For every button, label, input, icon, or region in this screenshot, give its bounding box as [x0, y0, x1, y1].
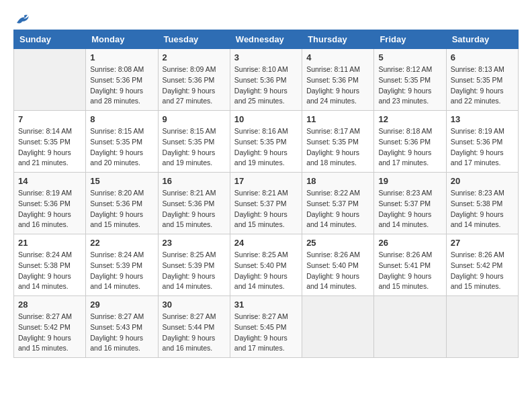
day-number: 23 [163, 238, 226, 248]
day-info: Sunrise: 8:25 AM Sunset: 5:40 PM Dayligh… [234, 250, 298, 292]
day-number: 30 [163, 300, 226, 310]
day-number: 14 [18, 176, 81, 186]
calendar-cell: 27Sunrise: 8:26 AM Sunset: 5:42 PM Dayli… [446, 234, 518, 296]
week-row-0: 1Sunrise: 8:08 AM Sunset: 5:36 PM Daylig… [14, 49, 519, 111]
day-number: 13 [451, 114, 514, 124]
calendar-cell: 23Sunrise: 8:25 AM Sunset: 5:39 PM Dayli… [158, 234, 230, 296]
calendar-cell: 28Sunrise: 8:27 AM Sunset: 5:42 PM Dayli… [14, 296, 86, 358]
calendar-table: SundayMondayTuesdayWednesdayThursdayFrid… [13, 30, 519, 358]
day-number: 20 [451, 176, 514, 186]
calendar-cell: 14Sunrise: 8:19 AM Sunset: 5:36 PM Dayli… [14, 173, 86, 234]
day-number: 7 [18, 114, 81, 124]
day-info: Sunrise: 8:19 AM Sunset: 5:36 PM Dayligh… [451, 126, 514, 169]
calendar-body: 1Sunrise: 8:08 AM Sunset: 5:36 PM Daylig… [14, 49, 519, 358]
calendar-cell: 26Sunrise: 8:26 AM Sunset: 5:41 PM Dayli… [374, 234, 446, 296]
day-info: Sunrise: 8:27 AM Sunset: 5:42 PM Dayligh… [18, 312, 81, 354]
day-number: 16 [163, 176, 226, 186]
day-number: 1 [90, 52, 153, 62]
page-container: SundayMondayTuesdayWednesdayThursdayFrid… [13, 13, 519, 358]
calendar-cell: 4Sunrise: 8:11 AM Sunset: 5:36 PM Daylig… [302, 49, 374, 111]
day-number: 3 [234, 52, 298, 62]
day-info: Sunrise: 8:20 AM Sunset: 5:36 PM Dayligh… [90, 188, 153, 230]
calendar-cell: 24Sunrise: 8:25 AM Sunset: 5:40 PM Dayli… [230, 234, 302, 296]
day-info: Sunrise: 8:18 AM Sunset: 5:36 PM Dayligh… [378, 126, 441, 169]
day-number: 11 [306, 114, 369, 124]
day-number: 12 [378, 114, 441, 124]
calendar-cell: 12Sunrise: 8:18 AM Sunset: 5:36 PM Dayli… [374, 111, 446, 173]
header-day-tuesday: Tuesday [158, 30, 230, 49]
day-number: 27 [451, 238, 514, 248]
day-info: Sunrise: 8:26 AM Sunset: 5:42 PM Dayligh… [451, 250, 514, 292]
day-info: Sunrise: 8:09 AM Sunset: 5:36 PM Dayligh… [163, 64, 226, 107]
day-info: Sunrise: 8:27 AM Sunset: 5:44 PM Dayligh… [163, 312, 226, 354]
day-number: 5 [378, 52, 441, 62]
calendar-cell [446, 296, 518, 358]
day-info: Sunrise: 8:24 AM Sunset: 5:38 PM Dayligh… [18, 250, 81, 292]
week-row-3: 21Sunrise: 8:24 AM Sunset: 5:38 PM Dayli… [14, 234, 519, 296]
calendar-header: SundayMondayTuesdayWednesdayThursdayFrid… [14, 30, 519, 49]
day-info: Sunrise: 8:17 AM Sunset: 5:35 PM Dayligh… [306, 126, 369, 169]
day-info: Sunrise: 8:26 AM Sunset: 5:40 PM Dayligh… [306, 250, 369, 292]
day-info: Sunrise: 8:24 AM Sunset: 5:39 PM Dayligh… [90, 250, 153, 292]
calendar-cell: 22Sunrise: 8:24 AM Sunset: 5:39 PM Dayli… [86, 234, 158, 296]
calendar-cell: 29Sunrise: 8:27 AM Sunset: 5:43 PM Dayli… [86, 296, 158, 358]
calendar-cell: 19Sunrise: 8:23 AM Sunset: 5:37 PM Dayli… [374, 173, 446, 234]
day-info: Sunrise: 8:22 AM Sunset: 5:37 PM Dayligh… [306, 188, 369, 230]
day-info: Sunrise: 8:15 AM Sunset: 5:35 PM Dayligh… [90, 126, 153, 169]
day-info: Sunrise: 8:16 AM Sunset: 5:35 PM Dayligh… [234, 126, 298, 169]
calendar-cell: 8Sunrise: 8:15 AM Sunset: 5:35 PM Daylig… [86, 111, 158, 173]
calendar-cell: 11Sunrise: 8:17 AM Sunset: 5:35 PM Dayli… [302, 111, 374, 173]
day-info: Sunrise: 8:27 AM Sunset: 5:43 PM Dayligh… [90, 312, 153, 354]
day-number: 9 [163, 114, 226, 124]
week-row-1: 7Sunrise: 8:14 AM Sunset: 5:35 PM Daylig… [14, 111, 519, 173]
calendar-cell: 31Sunrise: 8:27 AM Sunset: 5:45 PM Dayli… [230, 296, 302, 358]
calendar-cell [14, 49, 86, 111]
day-info: Sunrise: 8:11 AM Sunset: 5:36 PM Dayligh… [306, 64, 369, 107]
day-number: 10 [234, 114, 298, 124]
calendar-cell: 20Sunrise: 8:23 AM Sunset: 5:38 PM Dayli… [446, 173, 518, 234]
day-number: 19 [378, 176, 441, 186]
calendar-cell: 5Sunrise: 8:12 AM Sunset: 5:35 PM Daylig… [374, 49, 446, 111]
calendar-cell: 13Sunrise: 8:19 AM Sunset: 5:36 PM Dayli… [446, 111, 518, 173]
header [13, 13, 519, 23]
day-number: 17 [234, 176, 298, 186]
calendar-cell: 30Sunrise: 8:27 AM Sunset: 5:44 PM Dayli… [158, 296, 230, 358]
day-info: Sunrise: 8:19 AM Sunset: 5:36 PM Dayligh… [18, 188, 81, 230]
day-number: 6 [451, 52, 514, 62]
day-number: 2 [163, 52, 226, 62]
day-number: 4 [306, 52, 369, 62]
day-number: 18 [306, 176, 369, 186]
calendar-cell: 10Sunrise: 8:16 AM Sunset: 5:35 PM Dayli… [230, 111, 302, 173]
day-info: Sunrise: 8:14 AM Sunset: 5:35 PM Dayligh… [18, 126, 81, 169]
logo-bird-icon [15, 13, 30, 26]
header-day-saturday: Saturday [446, 30, 518, 49]
day-number: 15 [90, 176, 153, 186]
day-number: 22 [90, 238, 153, 248]
day-info: Sunrise: 8:26 AM Sunset: 5:41 PM Dayligh… [378, 250, 441, 292]
day-number: 21 [18, 238, 81, 248]
day-number: 31 [234, 300, 298, 310]
header-day-monday: Monday [86, 30, 158, 49]
day-number: 29 [90, 300, 153, 310]
day-info: Sunrise: 8:21 AM Sunset: 5:37 PM Dayligh… [234, 188, 298, 230]
calendar-cell: 25Sunrise: 8:26 AM Sunset: 5:40 PM Dayli… [302, 234, 374, 296]
day-number: 24 [234, 238, 298, 248]
calendar-cell: 18Sunrise: 8:22 AM Sunset: 5:37 PM Dayli… [302, 173, 374, 234]
calendar-cell: 17Sunrise: 8:21 AM Sunset: 5:37 PM Dayli… [230, 173, 302, 234]
day-number: 28 [18, 300, 81, 310]
day-info: Sunrise: 8:10 AM Sunset: 5:36 PM Dayligh… [234, 64, 298, 107]
header-day-sunday: Sunday [14, 30, 86, 49]
calendar-cell: 15Sunrise: 8:20 AM Sunset: 5:36 PM Dayli… [86, 173, 158, 234]
day-info: Sunrise: 8:08 AM Sunset: 5:36 PM Dayligh… [90, 64, 153, 107]
day-number: 25 [306, 238, 369, 248]
calendar-cell: 2Sunrise: 8:09 AM Sunset: 5:36 PM Daylig… [158, 49, 230, 111]
day-info: Sunrise: 8:23 AM Sunset: 5:38 PM Dayligh… [451, 188, 514, 230]
calendar-cell: 9Sunrise: 8:15 AM Sunset: 5:35 PM Daylig… [158, 111, 230, 173]
week-row-4: 28Sunrise: 8:27 AM Sunset: 5:42 PM Dayli… [14, 296, 519, 358]
calendar-cell: 1Sunrise: 8:08 AM Sunset: 5:36 PM Daylig… [86, 49, 158, 111]
calendar-cell: 3Sunrise: 8:10 AM Sunset: 5:36 PM Daylig… [230, 49, 302, 111]
week-row-2: 14Sunrise: 8:19 AM Sunset: 5:36 PM Dayli… [14, 173, 519, 234]
logo [13, 13, 30, 23]
day-info: Sunrise: 8:23 AM Sunset: 5:37 PM Dayligh… [378, 188, 441, 230]
calendar-cell: 21Sunrise: 8:24 AM Sunset: 5:38 PM Dayli… [14, 234, 86, 296]
